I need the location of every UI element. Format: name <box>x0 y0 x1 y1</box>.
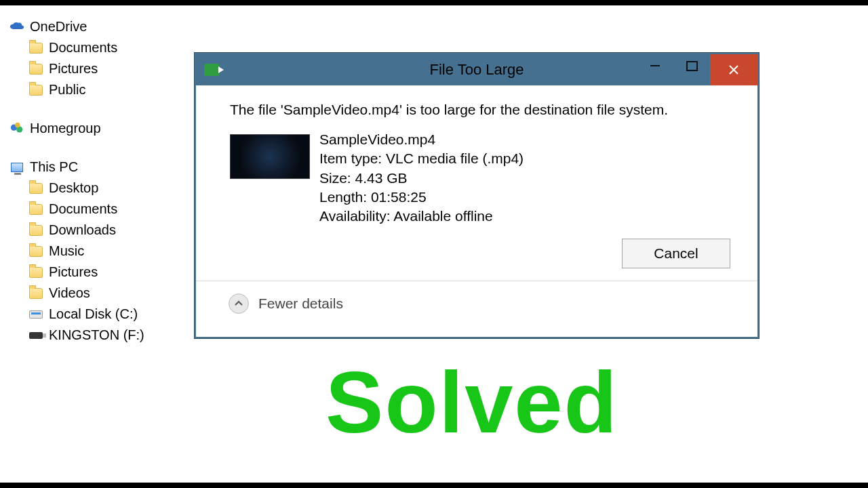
cancel-button[interactable]: Cancel <box>622 239 730 268</box>
folder-icon <box>28 223 43 238</box>
letterbox-top <box>0 0 868 5</box>
tree-item-documents[interactable]: Documents <box>9 199 186 220</box>
details-toggle[interactable]: Fewer details <box>216 281 737 330</box>
solved-overlay-text: Solved <box>326 352 618 452</box>
tree-group-onedrive: OneDrive Documents Pictures Public <box>9 16 186 100</box>
file-availability: Availability: Available offline <box>319 207 524 226</box>
thispc-icon <box>9 160 24 175</box>
onedrive-icon <box>9 20 24 35</box>
letterbox-bottom <box>0 483 868 488</box>
window-controls <box>637 54 757 85</box>
homegroup-icon <box>9 121 24 136</box>
close-button[interactable] <box>710 54 757 85</box>
tree-item-thispc[interactable]: This PC <box>9 157 186 178</box>
tree-item-onedrive-public[interactable]: Public <box>9 79 186 100</box>
tree-item-label: Music <box>49 243 84 259</box>
folder-icon <box>28 41 43 56</box>
folder-icon <box>28 181 43 196</box>
minimize-button[interactable] <box>637 54 673 77</box>
folder-icon <box>28 265 43 280</box>
tree-item-downloads[interactable]: Downloads <box>9 220 186 241</box>
tree-item-label: Documents <box>49 201 117 217</box>
tree-item-pictures[interactable]: Pictures <box>9 262 186 283</box>
folder-icon <box>28 83 43 98</box>
tree-item-label: Pictures <box>49 61 98 77</box>
tree-item-onedrive-pictures[interactable]: Pictures <box>9 58 186 79</box>
tree-group-thispc: This PC Desktop Documents Downloads Musi… <box>9 157 186 346</box>
tree-group-homegroup: Homegroup <box>9 118 186 139</box>
tree-item-homegroup[interactable]: Homegroup <box>9 118 186 139</box>
tree-item-label: Documents <box>49 40 117 56</box>
file-too-large-dialog: File Too Large The file 'SampleVideo.mp4… <box>195 53 759 338</box>
chevron-up-icon <box>229 293 249 314</box>
dialog-button-row: Cancel <box>216 226 737 272</box>
file-name: SampleVideo.mp4 <box>319 130 524 149</box>
dialog-body: The file 'SampleVideo.mp4' is too large … <box>196 85 757 337</box>
svg-point-2 <box>15 122 20 127</box>
tree-item-label: Videos <box>49 285 90 301</box>
tree-item-label: Public <box>49 82 85 98</box>
drive-icon <box>28 307 43 322</box>
file-length: Length: 01:58:25 <box>319 188 524 207</box>
tree-item-videos[interactable]: Videos <box>9 283 186 304</box>
maximize-button[interactable] <box>673 54 710 77</box>
explorer-nav-tree: OneDrive Documents Pictures Public Homeg… <box>9 16 186 363</box>
tree-item-desktop[interactable]: Desktop <box>9 178 186 199</box>
tree-item-onedrive[interactable]: OneDrive <box>9 16 186 37</box>
tree-item-label: This PC <box>30 159 78 175</box>
tree-item-kingston-f[interactable]: KINGSTON (F:) <box>9 325 186 346</box>
folder-icon <box>28 202 43 217</box>
usb-drive-icon <box>28 328 43 343</box>
tree-item-label: Downloads <box>49 222 116 238</box>
copy-operation-icon <box>204 64 219 76</box>
folder-icon <box>28 286 43 301</box>
tree-item-music[interactable]: Music <box>9 241 186 262</box>
tree-item-label: Homegroup <box>30 121 101 136</box>
details-toggle-label: Fewer details <box>258 296 343 312</box>
close-icon <box>728 64 739 75</box>
tree-item-local-disk-c[interactable]: Local Disk (C:) <box>9 304 186 325</box>
dialog-message: The file 'SampleVideo.mp4' is too large … <box>230 102 724 118</box>
file-size: Size: 4.43 GB <box>319 169 524 188</box>
file-info: SampleVideo.mp4 Item type: VLC media fil… <box>319 130 524 226</box>
folder-icon <box>28 244 43 259</box>
file-type: Item type: VLC media file (.mp4) <box>319 149 524 168</box>
tree-item-label: Desktop <box>49 180 98 196</box>
file-thumbnail <box>230 134 310 179</box>
tree-item-label: Local Disk (C:) <box>49 306 138 322</box>
tree-item-label: Pictures <box>49 264 98 280</box>
file-details-block: SampleVideo.mp4 Item type: VLC media fil… <box>230 130 737 226</box>
dialog-titlebar[interactable]: File Too Large <box>196 54 757 85</box>
tree-item-onedrive-documents[interactable]: Documents <box>9 37 186 58</box>
tree-item-label: OneDrive <box>30 19 87 35</box>
folder-icon <box>28 62 43 77</box>
tree-item-label: KINGSTON (F:) <box>49 327 144 343</box>
